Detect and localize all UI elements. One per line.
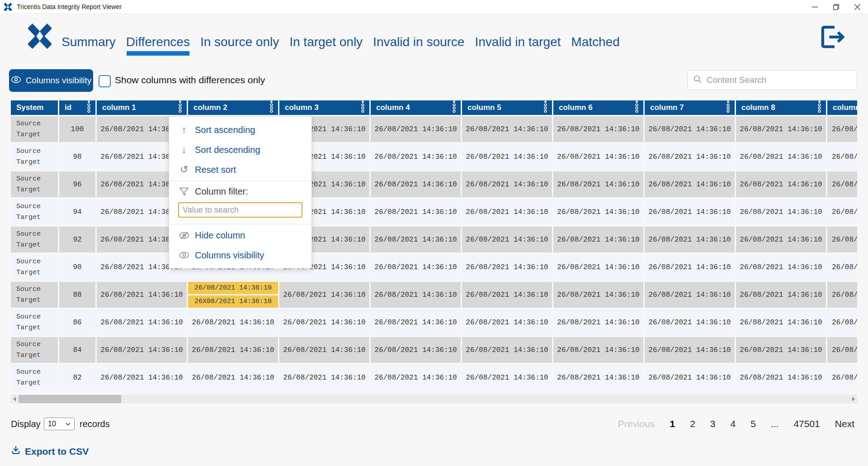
column-header-column-2[interactable]: column 2 [188,100,278,115]
eye-icon [178,252,190,259]
content-search-input[interactable] [707,75,851,85]
pagination-page-47501[interactable]: 47501 [793,418,820,429]
columns-visibility-button[interactable]: Columns visibility [9,69,93,92]
value-cell: 26/08/2021 14:36:10 [371,227,461,252]
window-title: Tricentis Data Integrity Report Viewer [17,3,122,10]
column-menu-dots-icon[interactable] [178,100,182,115]
tab-differences[interactable]: Differences [126,35,190,49]
value-cell: 26/08/2021 14:36:10 [645,282,735,308]
minimize-button[interactable] [804,0,826,14]
scrollbar-left-arrow-icon[interactable] [11,395,18,404]
value-cell: 26/08/2021 14:36:10 [736,144,826,170]
clipped-value-cell: 26/08/2021 14:36:10 [827,116,857,142]
value-cell: 26/08/2021 14:36:10 [553,199,643,225]
diff-target-value: 26X08/2021 14:36:10 [188,295,278,308]
value-cell: 26/08/2021 14:36:10 [736,116,826,142]
column-filter-input[interactable] [178,202,302,218]
app-icon [4,3,12,11]
system-target-label: Target [16,379,58,387]
menu-item-hide-column[interactable]: Hide column [169,225,311,245]
value-cell: 26/08/2021 14:36:10 [645,365,735,390]
system-cell: SourceTarget [11,309,58,335]
pagination-page-2[interactable]: 2 [690,418,695,429]
filter-funnel-icon [178,187,190,196]
records-label: records [80,419,110,429]
column-menu-dots-icon[interactable] [269,100,274,115]
value-cell: 26/08/2021 14:36:10 [188,337,278,363]
column-header-id[interactable]: id [59,100,95,115]
page-size-select[interactable]: 10 [44,418,75,430]
pagination-page-1[interactable]: 1 [670,418,675,429]
system-source-label: Source [16,313,58,321]
nav-bar: SummaryDifferencesIn source onlyIn targe… [0,14,868,61]
pagination-page-3[interactable]: 3 [710,418,716,429]
column-menu-dots-icon[interactable] [452,100,456,115]
exit-button[interactable] [821,25,847,51]
tab-in-source-only[interactable]: In source only [200,35,279,49]
column-header-column-3[interactable]: column 3 [279,100,369,115]
menu-item-reset-sort[interactable]: ↺ Reset sort [169,160,311,180]
column-menu-dots-icon[interactable] [817,100,821,115]
value-cell: 26/08/2021 14:36:10 [553,365,643,390]
value-cell: 26/08/2021 14:36:10 [371,116,461,142]
column-header-column-6[interactable]: column 6 [553,100,643,115]
column-header-System[interactable]: System [11,100,58,115]
column-header-column-4[interactable]: column 4 [371,100,461,115]
tab-in-target-only[interactable]: In target only [289,35,363,49]
scrollbar-thumb[interactable] [19,395,121,403]
system-source-label: Source [16,368,58,376]
tab-invalid-in-target[interactable]: Invalid in target [475,35,561,49]
show-differences-checkbox[interactable] [99,75,111,87]
column-menu-dots-icon[interactable] [635,100,639,115]
system-source-label: Source [16,258,58,266]
close-button[interactable] [847,0,868,14]
system-cell: SourceTarget [11,199,58,225]
column-menu-dots-icon[interactable] [543,100,547,115]
value-cell: 26/08/2021 14:36:10 [462,309,552,335]
menu-item-columns-visibility[interactable]: Columns visibility [169,245,311,265]
column-menu-dots-icon[interactable] [361,100,365,115]
table-row-group-id-100: SourceTarget10026/08/2021 14:36:1026/08/… [11,116,857,142]
tab-summary[interactable]: Summary [61,35,116,49]
clipped-value: 26/08/2021 14:36:10 [832,319,857,327]
tricentis-logo [28,23,52,51]
column-context-menu: ↑ Sort ascending ↓ Sort descending ↺ Res… [169,116,312,269]
menu-item-sort-descending[interactable]: ↓ Sort descending [169,140,311,160]
restore-button[interactable] [826,0,847,14]
table-row-group-id-86: SourceTarget8626/08/2021 14:36:1026/08/2… [11,309,857,335]
id-cell: 96 [59,171,95,197]
pagination-page-5[interactable]: 5 [750,418,756,429]
export-to-csv-button[interactable]: Export to CSV [11,445,89,457]
value-cell: 26/08/2021 14:36:10 [553,171,643,197]
tab-invalid-in-source[interactable]: Invalid in source [373,35,464,49]
id-cell: 88 [59,282,95,308]
pagination-next[interactable]: Next [835,418,854,429]
scrollbar-right-arrow-icon[interactable] [850,395,857,404]
eye-slash-icon [178,232,190,239]
menu-item-sort-ascending[interactable]: ↑ Sort ascending [169,120,311,140]
nav-tabs: SummaryDifferencesIn source onlyIn targe… [61,35,620,49]
column-menu-dots-icon[interactable] [726,100,730,115]
column-header-column-8[interactable]: column 8 [736,100,826,115]
pagination-page-4[interactable]: 4 [731,418,736,429]
id-cell: 94 [59,199,95,225]
column-header-column-5[interactable]: column 5 [462,100,552,115]
tab-matched[interactable]: Matched [571,35,619,49]
system-target-label: Target [16,324,58,332]
menu-item-label: Reset sort [195,165,236,175]
system-source-label: Source [16,203,58,210]
column-header-label: System [16,103,43,112]
value-cell: 26/08/2021 14:36:10 [736,309,826,335]
search-icon [693,75,702,86]
value-cell: 26/08/2021 14:36:10 [462,337,552,363]
table-row-group-id-94: SourceTarget9426/08/2021 14:36:1026/08/2… [11,199,857,225]
column-header-column-1[interactable]: column 1 [97,100,187,115]
column-header-label: id [65,103,71,112]
value-cell: 26/08/2021 14:36:10 [279,282,369,308]
horizontal-scrollbar[interactable] [11,395,857,404]
column-header-column-9[interactable]: column 9 [827,100,857,115]
column-menu-dots-icon[interactable] [87,100,91,115]
column-header-column-7[interactable]: column 7 [645,100,735,115]
pagination-previous[interactable]: Previous [618,418,655,429]
column-header-label: column 5 [467,103,501,112]
